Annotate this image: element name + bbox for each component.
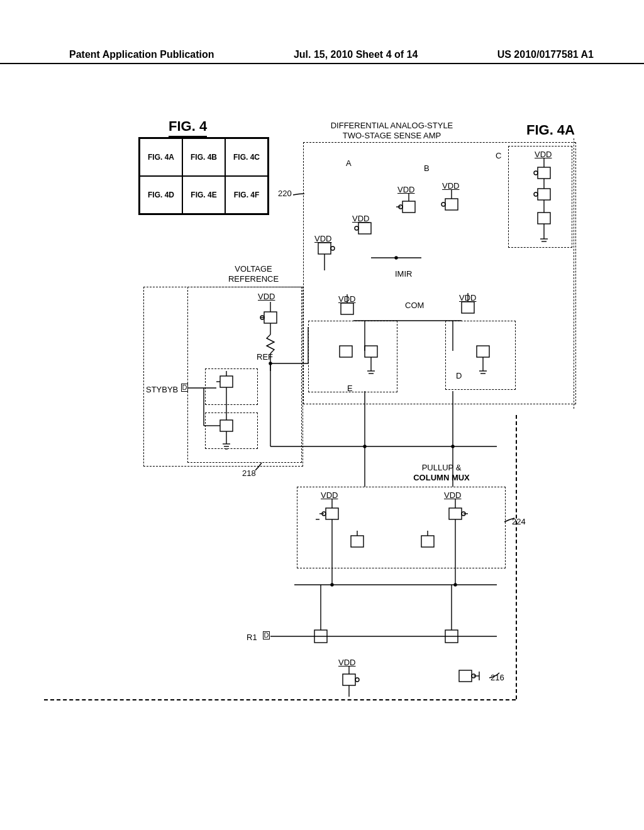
svg-rect-95 [343, 674, 355, 685]
header-right: US 2010/0177581 A1 [497, 49, 594, 60]
svg-rect-37 [538, 213, 550, 224]
svg-rect-41 [358, 223, 371, 234]
svg-point-47 [395, 257, 397, 259]
svg-point-42 [355, 226, 358, 230]
patent-header: Patent Application Publication Jul. 15, … [0, 49, 644, 64]
svg-rect-50 [462, 302, 474, 313]
svg-rect-78 [351, 536, 364, 547]
svg-rect-59 [340, 346, 352, 357]
svg-rect-60 [365, 346, 377, 357]
schematic-svg [44, 69, 600, 704]
svg-rect-1 [264, 312, 277, 323]
svg-rect-11 [220, 420, 233, 431]
svg-point-96 [355, 678, 359, 682]
svg-rect-7 [220, 376, 233, 387]
figure-area: FIG. 4 FIG. 4A FIG. 4B FIG. 4C FIG. 4D F… [44, 69, 600, 748]
svg-rect-31 [538, 167, 550, 179]
svg-rect-28 [445, 199, 458, 210]
svg-rect-43 [318, 243, 331, 254]
svg-rect-48 [341, 303, 353, 314]
svg-rect-98 [459, 670, 472, 682]
svg-point-35 [534, 192, 538, 196]
svg-rect-79 [421, 536, 434, 547]
svg-rect-34 [538, 189, 550, 200]
header-left: Patent Application Publication [69, 49, 214, 60]
svg-rect-70 [326, 508, 338, 519]
header-center: Jul. 15, 2010 Sheet 4 of 14 [294, 49, 418, 60]
svg-point-32 [534, 171, 538, 175]
svg-point-29 [441, 202, 445, 206]
svg-rect-24 [402, 201, 415, 213]
svg-rect-75 [449, 508, 462, 519]
svg-rect-55 [477, 346, 489, 357]
svg-point-44 [331, 246, 335, 250]
